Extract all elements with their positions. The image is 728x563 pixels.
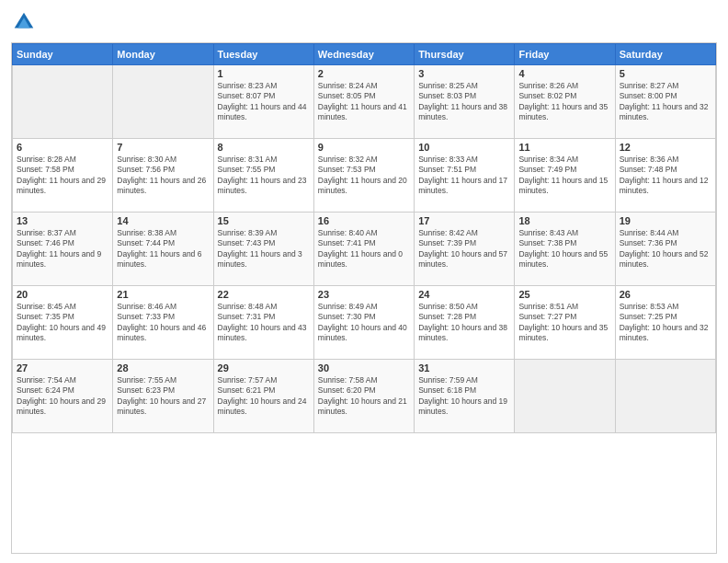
day-info: Sunrise: 8:38 AM Sunset: 7:44 PM Dayligh… xyxy=(117,228,209,270)
day-number: 31 xyxy=(418,362,510,373)
day-number: 17 xyxy=(418,215,510,226)
header-cell-thursday: Thursday xyxy=(415,44,515,65)
day-number: 8 xyxy=(218,142,310,153)
day-cell: 18Sunrise: 8:43 AM Sunset: 7:38 PM Dayli… xyxy=(515,213,615,286)
day-info: Sunrise: 7:59 AM Sunset: 6:18 PM Dayligh… xyxy=(418,375,510,418)
day-info: Sunrise: 8:30 AM Sunset: 7:56 PM Dayligh… xyxy=(117,155,209,197)
day-info: Sunrise: 8:44 AM Sunset: 7:36 PM Dayligh… xyxy=(620,228,711,270)
day-cell: 14Sunrise: 8:38 AM Sunset: 7:44 PM Dayli… xyxy=(113,213,213,286)
day-info: Sunrise: 7:58 AM Sunset: 6:20 PM Dayligh… xyxy=(318,375,410,418)
day-number: 27 xyxy=(17,362,108,373)
calendar-body: 1Sunrise: 8:23 AM Sunset: 8:07 PM Daylig… xyxy=(13,65,716,433)
day-cell: 3Sunrise: 8:25 AM Sunset: 8:03 PM Daylig… xyxy=(415,65,515,139)
day-cell: 13Sunrise: 8:37 AM Sunset: 7:46 PM Dayli… xyxy=(13,213,113,286)
day-info: Sunrise: 8:34 AM Sunset: 7:49 PM Dayligh… xyxy=(518,155,610,197)
day-number: 9 xyxy=(318,142,410,153)
day-info: Sunrise: 8:42 AM Sunset: 7:39 PM Dayligh… xyxy=(418,228,510,270)
day-info: Sunrise: 8:26 AM Sunset: 8:02 PM Dayligh… xyxy=(518,81,610,123)
calendar-header: SundayMondayTuesdayWednesdayThursdayFrid… xyxy=(13,44,716,65)
day-number: 12 xyxy=(620,142,711,153)
day-info: Sunrise: 8:39 AM Sunset: 7:43 PM Dayligh… xyxy=(218,228,310,270)
page: SundayMondayTuesdayWednesdayThursdayFrid… xyxy=(0,0,728,563)
day-number: 7 xyxy=(117,142,209,153)
day-cell: 6Sunrise: 8:28 AM Sunset: 7:58 PM Daylig… xyxy=(13,139,113,213)
calendar-table: SundayMondayTuesdayWednesdayThursdayFrid… xyxy=(12,43,716,433)
header-cell-wednesday: Wednesday xyxy=(313,44,414,65)
day-cell: 25Sunrise: 8:51 AM Sunset: 7:27 PM Dayli… xyxy=(515,286,615,360)
day-number: 11 xyxy=(518,142,610,153)
day-info: Sunrise: 8:45 AM Sunset: 7:35 PM Dayligh… xyxy=(17,302,108,344)
header-cell-sunday: Sunday xyxy=(13,44,113,65)
day-number: 10 xyxy=(418,142,510,153)
day-number: 16 xyxy=(318,215,410,226)
day-cell: 12Sunrise: 8:36 AM Sunset: 7:48 PM Dayli… xyxy=(615,139,715,213)
day-info: Sunrise: 8:23 AM Sunset: 8:07 PM Dayligh… xyxy=(218,81,310,123)
day-info: Sunrise: 8:27 AM Sunset: 8:00 PM Dayligh… xyxy=(620,81,711,123)
day-cell: 21Sunrise: 8:46 AM Sunset: 7:33 PM Dayli… xyxy=(113,286,213,360)
week-row: 13Sunrise: 8:37 AM Sunset: 7:46 PM Dayli… xyxy=(13,213,716,286)
day-info: Sunrise: 8:46 AM Sunset: 7:33 PM Dayligh… xyxy=(117,302,209,344)
day-cell: 29Sunrise: 7:57 AM Sunset: 6:21 PM Dayli… xyxy=(213,360,313,433)
day-cell: 5Sunrise: 8:27 AM Sunset: 8:00 PM Daylig… xyxy=(615,65,715,139)
day-info: Sunrise: 8:37 AM Sunset: 7:46 PM Dayligh… xyxy=(17,228,108,270)
day-info: Sunrise: 8:31 AM Sunset: 7:55 PM Dayligh… xyxy=(218,155,310,197)
day-number: 20 xyxy=(17,289,108,300)
day-cell xyxy=(113,65,213,139)
day-info: Sunrise: 8:28 AM Sunset: 7:58 PM Dayligh… xyxy=(17,155,108,197)
day-cell: 10Sunrise: 8:33 AM Sunset: 7:51 PM Dayli… xyxy=(415,139,515,213)
day-number: 2 xyxy=(318,68,410,79)
day-cell xyxy=(615,360,715,433)
day-info: Sunrise: 8:53 AM Sunset: 7:25 PM Dayligh… xyxy=(620,302,711,344)
day-number: 21 xyxy=(117,289,209,300)
day-number: 30 xyxy=(318,362,410,373)
day-cell: 26Sunrise: 8:53 AM Sunset: 7:25 PM Dayli… xyxy=(615,286,715,360)
day-number: 1 xyxy=(218,68,310,79)
header-cell-monday: Monday xyxy=(113,44,213,65)
day-number: 13 xyxy=(17,215,108,226)
day-cell: 22Sunrise: 8:48 AM Sunset: 7:31 PM Dayli… xyxy=(213,286,313,360)
day-number: 3 xyxy=(418,68,510,79)
day-cell: 23Sunrise: 8:49 AM Sunset: 7:30 PM Dayli… xyxy=(313,286,414,360)
day-info: Sunrise: 7:57 AM Sunset: 6:21 PM Dayligh… xyxy=(218,375,310,418)
day-number: 14 xyxy=(117,215,209,226)
day-info: Sunrise: 8:33 AM Sunset: 7:51 PM Dayligh… xyxy=(418,155,510,197)
logo xyxy=(11,9,40,35)
day-cell: 7Sunrise: 8:30 AM Sunset: 7:56 PM Daylig… xyxy=(113,139,213,213)
day-number: 23 xyxy=(318,289,410,300)
header xyxy=(11,9,717,35)
day-cell: 1Sunrise: 8:23 AM Sunset: 8:07 PM Daylig… xyxy=(213,65,313,139)
header-cell-tuesday: Tuesday xyxy=(213,44,313,65)
day-cell: 31Sunrise: 7:59 AM Sunset: 6:18 PM Dayli… xyxy=(415,360,515,433)
day-cell: 24Sunrise: 8:50 AM Sunset: 7:28 PM Dayli… xyxy=(415,286,515,360)
day-cell: 4Sunrise: 8:26 AM Sunset: 8:02 PM Daylig… xyxy=(515,65,615,139)
day-info: Sunrise: 7:54 AM Sunset: 6:24 PM Dayligh… xyxy=(17,375,108,418)
day-info: Sunrise: 8:50 AM Sunset: 7:28 PM Dayligh… xyxy=(418,302,510,344)
day-number: 4 xyxy=(518,68,610,79)
day-number: 25 xyxy=(518,289,610,300)
day-cell: 28Sunrise: 7:55 AM Sunset: 6:23 PM Dayli… xyxy=(113,360,213,433)
week-row: 1Sunrise: 8:23 AM Sunset: 8:07 PM Daylig… xyxy=(13,65,716,139)
week-row: 6Sunrise: 8:28 AM Sunset: 7:58 PM Daylig… xyxy=(13,139,716,213)
header-row: SundayMondayTuesdayWednesdayThursdayFrid… xyxy=(13,44,716,65)
day-number: 19 xyxy=(620,215,711,226)
week-row: 20Sunrise: 8:45 AM Sunset: 7:35 PM Dayli… xyxy=(13,286,716,360)
day-cell: 15Sunrise: 8:39 AM Sunset: 7:43 PM Dayli… xyxy=(213,213,313,286)
day-number: 26 xyxy=(620,289,711,300)
week-row: 27Sunrise: 7:54 AM Sunset: 6:24 PM Dayli… xyxy=(13,360,716,433)
day-cell: 11Sunrise: 8:34 AM Sunset: 7:49 PM Dayli… xyxy=(515,139,615,213)
day-number: 29 xyxy=(218,362,310,373)
logo-icon xyxy=(11,9,37,35)
header-cell-saturday: Saturday xyxy=(615,44,715,65)
day-cell xyxy=(13,65,113,139)
day-cell: 30Sunrise: 7:58 AM Sunset: 6:20 PM Dayli… xyxy=(313,360,414,433)
day-number: 6 xyxy=(17,142,108,153)
day-info: Sunrise: 8:49 AM Sunset: 7:30 PM Dayligh… xyxy=(318,302,410,344)
day-info: Sunrise: 8:43 AM Sunset: 7:38 PM Dayligh… xyxy=(518,228,610,270)
day-info: Sunrise: 7:55 AM Sunset: 6:23 PM Dayligh… xyxy=(117,375,209,418)
day-cell: 2Sunrise: 8:24 AM Sunset: 8:05 PM Daylig… xyxy=(313,65,414,139)
day-info: Sunrise: 8:24 AM Sunset: 8:05 PM Dayligh… xyxy=(318,81,410,123)
day-cell: 9Sunrise: 8:32 AM Sunset: 7:53 PM Daylig… xyxy=(313,139,414,213)
day-cell: 16Sunrise: 8:40 AM Sunset: 7:41 PM Dayli… xyxy=(313,213,414,286)
day-cell: 20Sunrise: 8:45 AM Sunset: 7:35 PM Dayli… xyxy=(13,286,113,360)
day-number: 24 xyxy=(418,289,510,300)
